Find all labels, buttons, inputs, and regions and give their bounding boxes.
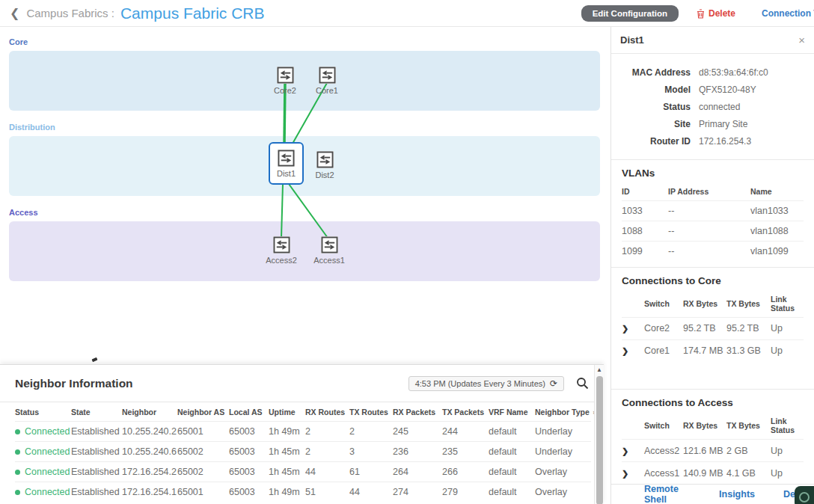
chevron-cell: ❯ xyxy=(622,339,644,362)
table-row: 1088--vlan1088 xyxy=(622,221,804,242)
node-access1[interactable]: Access1 xyxy=(312,236,346,265)
table-cell: Access1 xyxy=(644,462,683,485)
delete-button[interactable]: Delete xyxy=(697,8,735,19)
column-header: TX Routes xyxy=(349,402,393,422)
breadcrumb[interactable]: Campus Fabrics : xyxy=(26,7,114,19)
panel-footer: Remote Shell Insights Details xyxy=(611,484,814,504)
node-label: Dist2 xyxy=(315,170,334,179)
scroll-thumb[interactable] xyxy=(596,376,603,504)
column-header: Name xyxy=(750,184,804,201)
connections-access-title: Connections to Access xyxy=(622,397,804,408)
vlans-table: IDIP AddressName1033--vlan10331088--vlan… xyxy=(622,184,804,262)
column-header: Uptime xyxy=(269,402,305,422)
table-cell: 95.2 TB xyxy=(683,317,726,339)
chat-widget-button[interactable] xyxy=(795,486,814,504)
table-cell: Established xyxy=(71,482,122,503)
table-cell: default xyxy=(489,462,535,482)
table-row: ❯Access1140.9 MB4.1 GBUp xyxy=(622,462,804,485)
table-cell: 4.1 GB xyxy=(726,462,771,485)
column-header: State xyxy=(71,402,122,422)
column-header: Switch xyxy=(644,414,683,440)
scroll-up-icon[interactable]: ▲ xyxy=(596,366,602,373)
table-cell: Up xyxy=(771,339,804,362)
table-cell: Up xyxy=(771,462,804,485)
field-row: Router ID172.16.254.3 xyxy=(611,132,814,150)
remote-shell-link[interactable]: Remote Shell xyxy=(644,484,691,504)
node-dist2[interactable]: Dist2 xyxy=(307,151,342,179)
back-icon[interactable]: ❮ xyxy=(10,7,19,19)
node-label: Core2 xyxy=(274,86,296,95)
connection-table-button[interactable]: Connection Ta xyxy=(758,8,814,19)
table-row: 1033--vlan1033 xyxy=(622,201,804,221)
table-cell: 31.3 GB xyxy=(726,339,771,362)
table-cell: Established xyxy=(71,422,122,442)
expand-chevron-icon[interactable]: ❯ xyxy=(622,324,628,334)
column-header: RX Bytes xyxy=(683,292,726,318)
chevron-header xyxy=(622,292,644,318)
expand-chevron-icon[interactable]: ❯ xyxy=(622,469,628,479)
table-cell: 2 GB xyxy=(726,440,771,462)
neighbor-table: StatusStateNeighborNeighbor ASLocal ASUp… xyxy=(15,402,591,503)
node-label: Core1 xyxy=(316,86,338,95)
scrollbar[interactable]: ▲ xyxy=(594,365,604,504)
column-header: VRF Name xyxy=(489,402,535,422)
field-value: QFX5120-48Y xyxy=(699,84,756,95)
column-header: IP Address xyxy=(668,184,750,201)
field-value: 172.16.254.3 xyxy=(699,136,751,147)
neighbor-panel-header: Neighbor Information 4:53 PM (Updates Ev… xyxy=(0,365,604,402)
table-cell: 3 xyxy=(349,442,393,462)
table-cell: -- xyxy=(668,221,750,242)
column-header: Link Status xyxy=(771,414,804,440)
table-cell: 1h 49m xyxy=(269,422,305,442)
table-cell: 2 xyxy=(305,422,349,442)
table-cell: Overlay xyxy=(535,462,591,482)
status-dot-icon xyxy=(15,470,20,475)
node-core2[interactable]: Core2 xyxy=(268,67,302,95)
table-cell: 44 xyxy=(349,482,393,503)
node-core1[interactable]: Core1 xyxy=(310,67,344,95)
table-cell: 65003 xyxy=(229,462,269,482)
field-label: Status xyxy=(611,102,691,112)
table-cell: 274 xyxy=(393,482,442,503)
field-value: connected xyxy=(699,102,740,112)
panel-title: Dist1 xyxy=(620,34,644,46)
status-cell: Connected xyxy=(15,422,71,442)
search-button[interactable] xyxy=(576,377,589,390)
table-cell: 1h 49m xyxy=(269,482,305,503)
table-cell: 140.9 MB xyxy=(683,462,726,485)
expand-chevron-icon[interactable]: ❯ xyxy=(622,346,628,356)
column-header: RX Routes xyxy=(305,402,349,422)
table-cell: 174.7 MB xyxy=(683,339,726,362)
edit-configuration-button[interactable]: Edit Configuration xyxy=(581,5,679,22)
tier-label-core: Core xyxy=(9,37,28,46)
column-header: Neighbor Type» xyxy=(535,402,591,422)
update-time-control[interactable]: 4:53 PM (Updates Every 3 Minutes) ⟳ xyxy=(408,376,564,391)
table-cell: 95.2 TB xyxy=(726,317,771,339)
column-header: Link Status xyxy=(771,292,804,318)
switch-icon xyxy=(277,67,294,84)
node-dist1-selected[interactable]: Dist1 xyxy=(269,142,304,185)
close-icon[interactable]: × xyxy=(798,34,805,46)
chevron-cell: ❯ xyxy=(622,440,644,462)
topology-canvas: Core Distribution Access Core2 Core1 xyxy=(0,27,610,363)
table-row: ❯Access2121.6 MB2 GBUp xyxy=(622,440,804,462)
table-cell: Established xyxy=(71,442,122,462)
node-label: Access2 xyxy=(266,256,297,265)
spacer xyxy=(611,362,814,389)
table-cell: Up xyxy=(771,317,804,339)
table-cell: 44 xyxy=(305,462,349,482)
insights-link[interactable]: Insights xyxy=(719,489,755,500)
node-access2[interactable]: Access2 xyxy=(264,236,299,265)
connections-core-section: Connections to Core SwitchRX BytesTX Byt… xyxy=(611,268,814,363)
neighbor-panel-title: Neighbor Information xyxy=(15,377,133,390)
update-time-label: 4:53 PM (Updates Every 3 Minutes) xyxy=(415,379,545,388)
table-cell: 2 xyxy=(305,442,349,462)
distribution-band xyxy=(9,136,600,196)
connection-table-label: Connection Ta xyxy=(762,8,814,19)
expand-chevron-icon[interactable]: ❯ xyxy=(622,446,628,456)
table-cell: -- xyxy=(668,201,750,221)
table-cell: 1h 45m xyxy=(269,462,305,482)
field-label: MAC Address xyxy=(611,67,691,78)
column-header: RX Bytes xyxy=(683,414,726,440)
column-header: Neighbor AS xyxy=(177,402,229,422)
